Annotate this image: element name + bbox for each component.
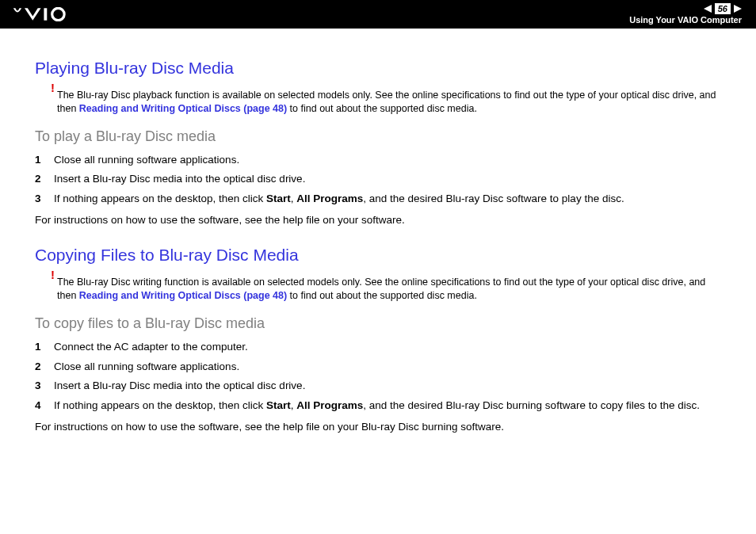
list-item: 4If nothing appears on the desktop, then… <box>35 398 727 414</box>
step-text: If nothing appears on the desktop, then … <box>54 398 727 414</box>
step-text: Connect the AC adapter to the computer. <box>54 339 727 355</box>
note-copying: ! The Blu-ray Disc writing function is a… <box>57 276 727 303</box>
svg-point-1 <box>52 8 64 20</box>
step-number: 2 <box>35 171 54 187</box>
section-title-playing: Playing Blu-ray Disc Media <box>35 55 727 81</box>
step-number: 4 <box>35 398 54 414</box>
note-text-post: to find out about the supported disc med… <box>287 290 477 301</box>
vaio-logo <box>10 7 97 21</box>
after-note-copy: For instructions on how to use the softw… <box>35 419 727 435</box>
step-number: 3 <box>35 191 54 207</box>
step-text: If nothing appears on the desktop, then … <box>54 191 727 207</box>
breadcrumb: Using Your VAIO Computer <box>629 14 742 25</box>
list-item: 2Close all running software applications… <box>35 359 727 375</box>
step-number: 3 <box>35 378 54 394</box>
step-text: Insert a Blu-ray Disc media into the opt… <box>54 171 727 187</box>
step-text: Insert a Blu-ray Disc media into the opt… <box>54 378 727 394</box>
step-number: 1 <box>35 339 54 355</box>
step-number: 1 <box>35 152 54 168</box>
after-note-play: For instructions on how to use the softw… <box>35 212 727 228</box>
page-number: 56 <box>715 3 731 14</box>
steps-play: 1Close all running software applications… <box>35 152 727 207</box>
list-item: 2Insert a Blu-ray Disc media into the op… <box>35 171 727 187</box>
alert-icon: ! <box>51 266 55 283</box>
step-text: Close all running software applications. <box>54 359 727 375</box>
list-item: 3Insert a Blu-ray Disc media into the op… <box>35 378 727 394</box>
list-item: 3If nothing appears on the desktop, then… <box>35 191 727 207</box>
step-text: Close all running software applications. <box>54 152 727 168</box>
subhead-copy: To copy files to a Blu-ray Disc media <box>35 313 727 334</box>
prev-page-arrow-icon[interactable] <box>704 5 712 13</box>
next-page-arrow-icon[interactable] <box>734 5 742 13</box>
header-right: 56 Using Your VAIO Computer <box>629 3 742 26</box>
page-nav: 56 <box>629 3 742 14</box>
list-item: 1Close all running software applications… <box>35 152 727 168</box>
note-playing: ! The Blu-ray Disc playback function is … <box>57 89 727 116</box>
section-title-copying: Copying Files to Blu-ray Disc Media <box>35 242 727 268</box>
page-content: Playing Blu-ray Disc Media ! The Blu-ray… <box>0 29 756 435</box>
note-link[interactable]: Reading and Writing Optical Discs (page … <box>79 103 287 114</box>
list-item: 1Connect the AC adapter to the computer. <box>35 339 727 355</box>
svg-rect-0 <box>44 8 47 20</box>
steps-copy: 1Connect the AC adapter to the computer.… <box>35 339 727 413</box>
header-bar: 56 Using Your VAIO Computer <box>0 0 756 29</box>
step-number: 2 <box>35 359 54 375</box>
note-link[interactable]: Reading and Writing Optical Discs (page … <box>79 290 287 301</box>
alert-icon: ! <box>51 79 55 96</box>
subhead-play: To play a Blu-ray Disc media <box>35 126 727 147</box>
note-text-post: to find out about the supported disc med… <box>287 103 477 114</box>
